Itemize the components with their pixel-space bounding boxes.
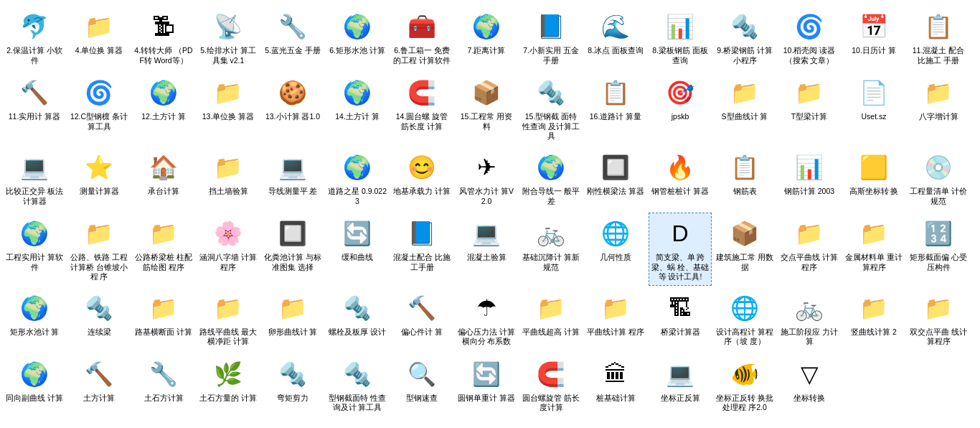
icon-item-15[interactable]: 📋11.混凝土 配合比施工 手册 — [907, 6, 970, 70]
icon-item-19[interactable]: 📁13.单位换 算器 — [197, 72, 260, 145]
icon-item-63[interactable]: 📁路基横断面 计算 — [132, 287, 195, 352]
icon-label-50: 化粪池计算 与标准图集 选择 — [263, 253, 322, 272]
icon-label-51: 缓和曲线 — [341, 253, 373, 263]
icon-item-71[interactable]: 🏗桥梁计算器 — [649, 287, 712, 352]
icon-item-75[interactable]: 📁双交点平曲 线计算程序 — [907, 287, 970, 352]
icon-item-58[interactable]: 📁交点平曲线 计算程序 — [778, 213, 841, 286]
icon-item-55[interactable]: 🌐几何性质 — [584, 213, 647, 286]
icon-item-61[interactable]: 🌍矩形水池计 算 — [3, 287, 66, 352]
icon-item-38[interactable]: ✈风管水力计 算V2.0 — [455, 146, 518, 211]
icon-item-62[interactable]: 🔩连续梁 — [67, 287, 131, 352]
icon-image-32: ⭐ — [82, 150, 116, 185]
icon-image-2: 📁 — [82, 9, 116, 44]
icon-item-31[interactable]: 💻比较正交异 板法计算器 — [3, 146, 66, 211]
icon-item-48[interactable]: 📁公路桥梁桩 柱配筋绘图 程序 — [132, 213, 195, 286]
icon-item-46[interactable]: 🌍工程实用计 算软件 — [3, 213, 66, 286]
icon-item-77[interactable]: 🔨土方计算 — [67, 353, 131, 418]
icon-item-4[interactable]: 📡5.绘排水计 算工具集 v2.1 — [197, 6, 260, 70]
icon-item-35[interactable]: 💻导线测量平 差 — [261, 146, 324, 211]
icon-label-79: 土石方量的 计算 — [199, 394, 257, 404]
icon-item-13[interactable]: 🌀10.稻壳阅 读器（搜索 文章） — [778, 6, 841, 70]
icon-item-60[interactable]: 🔢矩形截面偏 心受压构件 — [907, 213, 970, 286]
icon-item-10[interactable]: 🌊8.冰点 面板查询 — [584, 6, 647, 70]
icon-item-21[interactable]: 🌍14.土方计 算 — [326, 72, 389, 145]
icon-item-36[interactable]: 🌍道路之星 0.9.0223 — [326, 146, 389, 211]
icon-item-1[interactable]: 🐬2.保温计算 小软件 — [3, 6, 66, 70]
icon-item-56[interactable]: D简支梁、单 跨梁、蜗 栓、基础等 设计工具! — [649, 213, 712, 286]
icon-item-37[interactable]: 😊地基承载力 计算 — [390, 146, 453, 211]
icon-item-57[interactable]: 📦建筑施工常 用数据 — [713, 213, 776, 286]
icon-item-34[interactable]: 📁挡土墙验算 — [197, 146, 260, 211]
icon-item-53[interactable]: 💻混凝土验算 — [455, 213, 518, 286]
icon-item-83[interactable]: 🔄圆钢单重计 算器 — [455, 353, 518, 418]
icon-item-25[interactable]: 📋16.道路计 算量 — [584, 72, 647, 145]
icon-item-78[interactable]: 🔧土石方计算 — [132, 353, 195, 418]
icon-item-40[interactable]: 🔲刚性横梁法 算器 — [584, 146, 647, 211]
icon-item-79[interactable]: 🌿土石方量的 计算 — [197, 353, 260, 418]
icon-item-43[interactable]: 📊钢筋计算 2003 — [778, 146, 841, 211]
icon-item-6[interactable]: 🌍6.矩形水池 计算 — [326, 6, 389, 70]
icon-item-8[interactable]: 🌍7.距离计算 — [455, 6, 518, 70]
icon-item-18[interactable]: 🌍12.土方计 算 — [132, 72, 195, 145]
icon-item-11[interactable]: 📊8.梁板钢筋 面板查询 — [649, 6, 712, 70]
icon-item-24[interactable]: 🔩15.型钢截 面特性查询 及计算工具 — [519, 72, 583, 145]
icon-item-30[interactable]: 📁八字增计算 — [907, 72, 970, 145]
icon-item-22[interactable]: 🧲14.圆台螺 旋管筋长度 计算 — [390, 72, 453, 145]
icon-item-20[interactable]: 🍪13.小计算 器1.0 — [261, 72, 324, 145]
icon-item-66[interactable]: 🔩螺栓及板厚 设计 — [326, 287, 389, 352]
icon-item-73[interactable]: 🚲施工阶段应 力计算 — [778, 287, 841, 352]
icon-item-54[interactable]: 🚲基础沉降计 算新规范 — [519, 213, 583, 286]
icon-item-27[interactable]: 📁S型曲线计 算 — [713, 72, 776, 145]
icon-item-67[interactable]: 🔨偏心件计 算 — [390, 287, 453, 352]
icon-item-2[interactable]: 📁4.单位换 算器 — [67, 6, 131, 70]
icon-item-41[interactable]: 🔥钢管桩桩计 算器 — [649, 146, 712, 211]
icon-item-29[interactable]: 📄Uset.sz — [842, 72, 905, 145]
icon-item-7[interactable]: 🧰6.鲁工箱一 免费的工程 计算软件 — [390, 6, 453, 70]
icon-item-80[interactable]: 🔩弯矩剪力 — [261, 353, 324, 418]
icon-item-70[interactable]: 📁平曲线计算 程序 — [584, 287, 647, 352]
icon-image-74: 📁 — [857, 291, 891, 325]
icon-item-84[interactable]: 🧲圆台螺旋管 筋长度计算 — [519, 353, 583, 418]
icon-item-76[interactable]: 🌍同向副曲线 计算 — [3, 353, 66, 418]
icon-item-39[interactable]: 🌍附合导线一 般平差 — [519, 146, 583, 211]
icon-item-32[interactable]: ⭐测量计算器 — [67, 146, 131, 211]
icon-image-64: 📁 — [211, 291, 245, 325]
icon-image-57: 📦 — [727, 216, 762, 251]
icon-item-65[interactable]: 📁卵形曲线计 算 — [261, 287, 324, 352]
icon-item-74[interactable]: 📁竖曲线计算 2 — [842, 287, 905, 352]
icon-label-87: 坐标正反转 换批处理程 序2.0 — [715, 394, 774, 413]
icon-item-51[interactable]: 🔄缓和曲线 — [326, 213, 389, 286]
icon-label-8: 7.距离计算 — [468, 46, 506, 56]
icon-item-14[interactable]: 📅10.日历计 算 — [842, 6, 905, 70]
icon-item-49[interactable]: 🌸涵洞八字墙 计算程序 — [197, 213, 260, 286]
icon-item-12[interactable]: 🔩9.桥梁钢筋 计算小程序 — [713, 6, 776, 70]
icon-item-87[interactable]: 🐠坐标正反转 换批处理程 序2.0 — [713, 353, 776, 418]
icon-item-17[interactable]: 🌀12.C型钢檩 条计算工具 — [67, 72, 131, 145]
icon-item-23[interactable]: 📦15.工程常 用资料 — [455, 72, 518, 145]
icon-image-85: 🏛 — [598, 357, 633, 391]
icon-item-45[interactable]: 💿工程量清单 计价规范 — [907, 146, 970, 211]
icon-item-42[interactable]: 📋钢筋表 — [713, 146, 776, 211]
icon-image-31: 💻 — [17, 150, 52, 185]
icon-item-68[interactable]: ☂偏心压力法 计算横向分 布系数 — [455, 287, 518, 352]
icon-item-28[interactable]: 📁T型梁计算 — [778, 72, 841, 145]
icon-item-5[interactable]: 🔧5.蓝光五金 手册 — [261, 6, 324, 70]
icon-item-59[interactable]: 📁金属材料单 重计算程序 — [842, 213, 905, 286]
icon-item-85[interactable]: 🏛桩基础计算 — [584, 353, 647, 418]
icon-item-3[interactable]: 🗜4.转转大师 （PDF转 Word等） — [132, 6, 195, 70]
icon-item-26[interactable]: 🎯jpskb — [649, 72, 712, 145]
icon-item-82[interactable]: 🔍型钢速查 — [390, 353, 453, 418]
icon-item-52[interactable]: 📘混凝土配合 比施工手册 — [390, 213, 453, 286]
icon-item-72[interactable]: 🌐设计高程计 算程序（坡 度） — [713, 287, 776, 352]
icon-item-9[interactable]: 📘7.小新实用 五金手册 — [519, 6, 583, 70]
icon-item-44[interactable]: 🟨高斯坐标转 换 — [842, 146, 905, 211]
icon-item-16[interactable]: 🔨11.实用计 算器 — [3, 72, 66, 145]
icon-item-64[interactable]: 📁路线平曲线 最大横净距 计算 — [197, 287, 260, 352]
icon-item-86[interactable]: 💻坐标正反算 — [649, 353, 712, 418]
icon-item-69[interactable]: 📁平曲线超高 计算 — [519, 287, 583, 352]
icon-item-33[interactable]: 🏠承台计算 — [132, 146, 195, 211]
icon-item-47[interactable]: 📁公路、铁路 工程计算桥 台锥坡小程 序 — [67, 213, 131, 286]
icon-item-88[interactable]: ▽坐标转换 — [778, 353, 841, 418]
icon-item-81[interactable]: 🔩型钢截面特 性查询及计 算工具 — [326, 353, 389, 418]
icon-item-50[interactable]: 🔲化粪池计算 与标准图集 选择 — [261, 213, 324, 286]
